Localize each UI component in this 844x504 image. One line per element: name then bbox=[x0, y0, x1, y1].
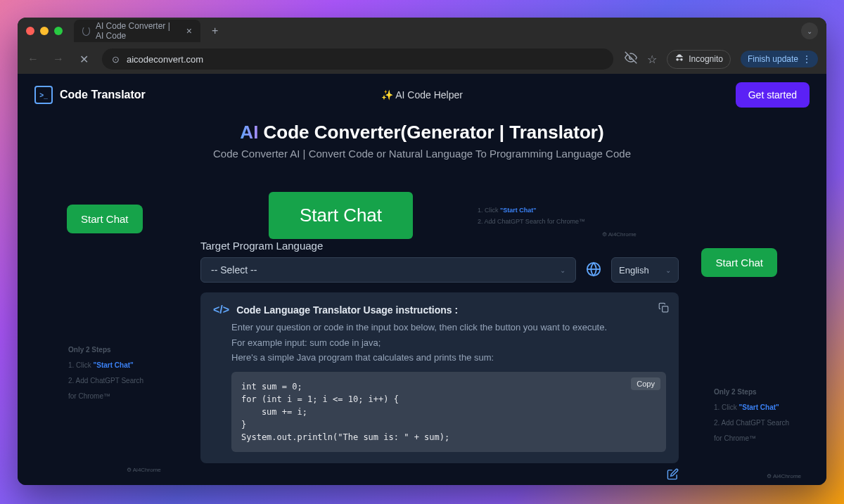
ad-badge-top[interactable]: ⚙ Ai4Chrome bbox=[602, 231, 637, 238]
close-tab-icon[interactable]: × bbox=[186, 25, 192, 37]
close-window-button[interactable] bbox=[26, 27, 34, 35]
browser-tab[interactable]: AI Code Converter | AI Code × bbox=[74, 20, 200, 42]
site-info-icon[interactable]: ⊙ bbox=[112, 54, 120, 65]
target-placeholder: -- Select -- bbox=[211, 264, 257, 276]
chevron-down-icon: ⌄ bbox=[560, 266, 565, 274]
terminal-icon: >_ bbox=[34, 86, 53, 104]
header-center-text: AI Code Helper bbox=[395, 89, 463, 101]
addressbar-row: ← → ✕ ⊙ aicodeconvert.com ☆ Incognito Fi… bbox=[18, 44, 826, 74]
start-chat-button-left[interactable]: Start Chat bbox=[67, 205, 143, 233]
titlebar: AI Code Converter | AI Code × + ⌄ bbox=[18, 18, 826, 44]
incognito-label: Incognito bbox=[689, 54, 723, 64]
ad-steps-left: Only 2 Steps 1. Click "Start Chat" 2. Ad… bbox=[68, 342, 146, 404]
stop-reload-button[interactable]: ✕ bbox=[77, 53, 91, 66]
instruction-line-1: Enter your question or code in the input… bbox=[231, 321, 666, 335]
ui-language-select[interactable]: English ⌄ bbox=[611, 257, 679, 283]
chevron-down-icon: ⌄ bbox=[665, 266, 671, 274]
tab-title: AI Code Converter | AI Code bbox=[96, 21, 175, 41]
forward-button[interactable]: → bbox=[51, 53, 65, 65]
target-label: Target Program Language bbox=[200, 240, 679, 252]
start-chat-button-right[interactable]: Start Chat bbox=[701, 248, 777, 277]
incognito-icon bbox=[674, 53, 684, 65]
copy-icon[interactable] bbox=[658, 302, 669, 315]
new-tab-button[interactable]: + bbox=[206, 25, 224, 37]
logo[interactable]: >_ Code Translator bbox=[34, 86, 146, 104]
instruction-card: </> Code Language Translator Usage instr… bbox=[200, 292, 679, 463]
addressbar-actions: ☆ Incognito Finish update ⋮ bbox=[625, 50, 818, 69]
code-example: int sum = 0; for (int i = 1; i <= 10; i+… bbox=[241, 380, 656, 444]
hero-subtitle: Code Converter AI | Convert Code or Natu… bbox=[18, 148, 826, 160]
instruction-title: Code Language Translator Usage instructi… bbox=[236, 304, 458, 316]
get-started-button[interactable]: Get started bbox=[736, 82, 810, 108]
svg-rect-3 bbox=[663, 306, 668, 312]
sparkle-icon: ✨ bbox=[381, 89, 393, 101]
address-bar[interactable]: ⊙ aicodeconvert.com bbox=[102, 49, 613, 70]
code-icon: </> bbox=[213, 304, 229, 316]
url-text: aicodeconvert.com bbox=[127, 54, 203, 65]
eye-off-icon[interactable] bbox=[625, 51, 637, 67]
ad-badge-right[interactable]: ⚙ Ai4Chrome bbox=[767, 473, 801, 479]
hero-title: AI Code Converter(Generator | Translator… bbox=[18, 122, 826, 143]
browser-window: AI Code Converter | AI Code × + ⌄ ← → ✕ … bbox=[18, 18, 826, 485]
page-content: >_ Code Translator ✨ AI Code Helper Get … bbox=[18, 74, 826, 485]
header-center-link[interactable]: ✨ AI Code Helper bbox=[381, 89, 463, 101]
finish-update-button[interactable]: Finish update ⋮ bbox=[741, 51, 818, 67]
instruction-line-3: Here's a simple Java program that calcul… bbox=[231, 351, 666, 365]
copy-button[interactable]: Copy bbox=[631, 377, 660, 390]
bookmark-star-icon[interactable]: ☆ bbox=[647, 53, 657, 66]
hero-title-text: Code Converter(Generator | Translator) bbox=[258, 122, 603, 143]
ai-gradient-text: AI bbox=[240, 122, 258, 143]
select-row: -- Select -- ⌄ English ⌄ bbox=[200, 257, 679, 283]
edit-icon[interactable] bbox=[667, 468, 679, 483]
traffic-lights bbox=[26, 27, 63, 35]
start-chat-button-center[interactable]: Start Chat bbox=[269, 192, 413, 239]
app-header: >_ Code Translator ✨ AI Code Helper Get … bbox=[18, 74, 826, 116]
ad-steps-top: 1. Click "Start Chat" 2. Add ChatGPT Sea… bbox=[478, 205, 585, 227]
target-language-select[interactable]: -- Select -- ⌄ bbox=[200, 257, 576, 283]
ui-language-value: English bbox=[619, 265, 649, 276]
back-button[interactable]: ← bbox=[26, 53, 40, 65]
caret-down-icon[interactable]: ⌄ bbox=[801, 22, 818, 39]
globe-icon[interactable] bbox=[582, 257, 606, 281]
finish-update-label: Finish update bbox=[748, 54, 798, 64]
minimize-window-button[interactable] bbox=[40, 27, 49, 35]
instruction-line-2: For example input: sum code in java; bbox=[231, 336, 666, 350]
maximize-window-button[interactable] bbox=[54, 27, 63, 35]
ad-badge-left[interactable]: ⚙ Ai4Chrome bbox=[127, 467, 161, 473]
menu-dots-icon: ⋮ bbox=[803, 54, 811, 64]
logo-text: Code Translator bbox=[60, 89, 146, 101]
code-example-box: Copy int sum = 0; for (int i = 1; i <= 1… bbox=[231, 372, 666, 452]
incognito-badge[interactable]: Incognito bbox=[667, 50, 731, 69]
main-panel: Target Program Language -- Select -- ⌄ E… bbox=[200, 240, 679, 485]
ad-steps-right: Only 2 Steps 1. Click "Start Chat" 2. Ad… bbox=[714, 385, 791, 446]
tab-favicon bbox=[82, 26, 90, 36]
